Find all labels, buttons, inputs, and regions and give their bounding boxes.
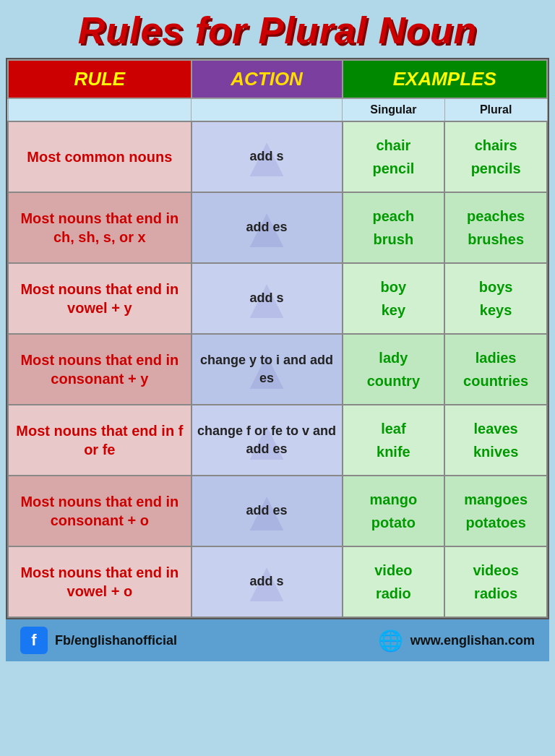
data-row-3: Most nouns that end in vowel + y▲add sbo… (8, 263, 547, 334)
data-row-4: Most nouns that end in consonant + y▲cha… (8, 334, 547, 405)
rule-cell-5: Most nouns that end in f or fe (8, 405, 192, 476)
action-text-7: add s (250, 572, 284, 590)
singular-cell-7: videoradio (343, 546, 445, 617)
singular-cell-4: ladycountry (343, 334, 445, 405)
action-cell-1: ▲add s (192, 121, 343, 192)
table-body: Most common nouns▲add schairpencilchairs… (8, 121, 547, 617)
data-row-6: Most nouns that end in consonant + o▲add… (8, 476, 547, 546)
plural-cell-5: leavesknives (444, 405, 547, 476)
rule-cell-1: Most common nouns (8, 121, 192, 192)
footer: f Fb/englishanofficial 🌐 www.englishan.c… (6, 619, 549, 661)
footer-fb-label: Fb/englishanofficial (55, 633, 177, 648)
rule-cell-3: Most nouns that end in vowel + y (8, 263, 192, 334)
action-text-4: change y to i and add es (197, 351, 337, 387)
table-container: RULE ACTION EXAMPLES Singular Plural Mos… (6, 58, 549, 619)
globe-icon: 🌐 (378, 629, 403, 653)
plural-cell-2: peachesbrushes (444, 192, 547, 263)
rule-cell-6: Most nouns that end in consonant + o (8, 476, 192, 546)
rule-cell-4: Most nouns that end in consonant + y (8, 334, 192, 405)
th-examples: EXAMPLES (343, 60, 548, 98)
facebook-icon: f (20, 627, 48, 654)
subheader-singular: Singular (343, 98, 445, 121)
data-row-5: Most nouns that end in f or fe▲change f … (8, 405, 547, 476)
bottom-strip (6, 661, 549, 667)
action-text-1: add s (250, 147, 284, 166)
plural-cell-7: videosradios (444, 546, 547, 617)
action-text-6: add es (246, 502, 288, 520)
action-cell-4: ▲change y to i and add es (192, 334, 343, 405)
plural-cell-1: chairspencils (444, 121, 547, 192)
data-row-1: Most common nouns▲add schairpencilchairs… (8, 121, 547, 192)
title-bar: Rules for Plural Noun (0, 0, 555, 58)
header-row: RULE ACTION EXAMPLES (8, 60, 547, 98)
rules-table: RULE ACTION EXAMPLES Singular Plural Mos… (7, 59, 548, 618)
action-cell-5: ▲change f or fe to v and add es (192, 405, 343, 476)
singular-cell-2: peachbrush (343, 192, 445, 263)
page-title: Rules for Plural Noun (78, 9, 478, 51)
action-text-3: add s (250, 289, 284, 307)
footer-url: www.englishan.com (410, 633, 535, 648)
action-text-2: add es (246, 218, 288, 236)
action-text-5: change f or fe to v and add es (197, 422, 337, 458)
action-cell-7: ▲add s (192, 546, 343, 617)
rule-cell-2: Most nouns that end in ch, sh, s, or x (8, 192, 192, 263)
page-wrapper: Rules for Plural Noun RULE ACTION EXAMPL… (0, 0, 555, 667)
footer-right: 🌐 www.englishan.com (378, 629, 535, 653)
action-cell-2: ▲add es (192, 192, 343, 263)
singular-cell-1: chairpencil (343, 121, 445, 192)
singular-cell-5: leafknife (343, 405, 445, 476)
th-rule: RULE (8, 60, 192, 98)
data-row-7: Most nouns that end in vowel + o▲add svi… (8, 546, 547, 617)
subheader-row: Singular Plural (8, 98, 547, 121)
rule-cell-7: Most nouns that end in vowel + o (8, 546, 192, 617)
plural-cell-4: ladiescountries (444, 334, 547, 405)
plural-cell-3: boyskeys (444, 263, 547, 334)
footer-left: f Fb/englishanofficial (20, 627, 177, 654)
data-row-2: Most nouns that end in ch, sh, s, or x▲a… (8, 192, 547, 263)
action-cell-3: ▲add s (192, 263, 343, 334)
subheader-rule-cell (8, 98, 192, 121)
plural-cell-6: mangoespotatoes (444, 476, 547, 546)
singular-cell-3: boykey (343, 263, 445, 334)
singular-cell-6: mangopotato (343, 476, 445, 546)
subheader-plural: Plural (444, 98, 547, 121)
subheader-action-cell (192, 98, 343, 121)
action-cell-6: ▲add es (192, 476, 343, 546)
th-action: ACTION (192, 60, 343, 98)
